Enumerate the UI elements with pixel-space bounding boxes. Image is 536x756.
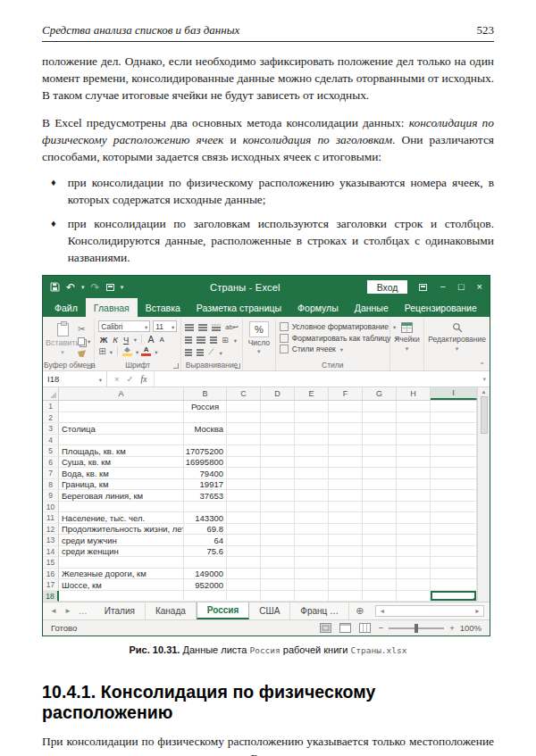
ribbon-tab[interactable]: Справка xyxy=(518,298,536,317)
cell-i[interactable] xyxy=(431,457,477,469)
cell[interactable] xyxy=(261,579,295,591)
cell[interactable] xyxy=(295,502,329,513)
scroll-up-icon[interactable]: ▲ xyxy=(482,389,487,395)
cell-a[interactable]: Железные дороги, км xyxy=(59,569,184,580)
cell[interactable] xyxy=(363,457,397,469)
percent-style-button[interactable]: % xyxy=(249,321,269,337)
ribbon-tab[interactable]: Данные xyxy=(347,298,397,317)
cell[interactable] xyxy=(397,490,431,502)
cell[interactable] xyxy=(363,579,397,591)
cell[interactable] xyxy=(363,535,397,546)
cell[interactable] xyxy=(363,502,397,513)
cell-b[interactable] xyxy=(184,557,227,569)
formula-input[interactable] xyxy=(155,371,479,386)
column-header[interactable]: A xyxy=(59,387,184,400)
cell[interactable] xyxy=(227,557,261,569)
cell[interactable] xyxy=(295,490,329,502)
cell[interactable] xyxy=(329,512,363,524)
underline-button[interactable]: Ч xyxy=(121,335,130,345)
formula-bar-expand-icon[interactable]: ▾ xyxy=(479,371,490,386)
align-left-icon[interactable] xyxy=(185,336,192,338)
cell-b[interactable] xyxy=(184,502,227,513)
cell-a[interactable]: среди женщин xyxy=(59,546,184,558)
cell-a[interactable] xyxy=(59,557,184,569)
page-layout-view-icon[interactable] xyxy=(339,623,351,633)
cell-a[interactable]: Продолжительность жизни, лет xyxy=(59,524,184,536)
cell-i[interactable] xyxy=(431,435,477,446)
cell[interactable] xyxy=(329,579,363,591)
grow-font-button[interactable]: А xyxy=(147,334,155,345)
cell[interactable] xyxy=(397,423,431,435)
cell[interactable] xyxy=(295,579,329,591)
cell[interactable] xyxy=(397,579,431,591)
cell[interactable] xyxy=(363,569,397,580)
cell[interactable] xyxy=(261,591,295,602)
font-size-select[interactable]: 11 xyxy=(153,320,177,332)
row-header[interactable]: 13 xyxy=(43,535,59,546)
cell-b[interactable] xyxy=(184,435,227,446)
cell[interactable] xyxy=(295,468,329,479)
column-header[interactable]: I xyxy=(431,387,477,400)
prev-sheet-icon[interactable]: ◄ xyxy=(50,607,57,615)
wrap-text-icon[interactable]: ab↩ xyxy=(225,323,239,331)
cell[interactable] xyxy=(295,435,329,446)
sign-in-button[interactable]: Вход xyxy=(367,280,408,294)
cell[interactable] xyxy=(329,435,363,446)
cell[interactable] xyxy=(363,490,397,502)
undo-dropdown-icon[interactable]: ▾ xyxy=(81,284,85,291)
fill-color-icon[interactable] xyxy=(122,347,132,356)
cell-i[interactable] xyxy=(431,412,477,424)
row-header[interactable]: 5 xyxy=(43,445,59,457)
cell[interactable] xyxy=(329,502,363,513)
minimize-button[interactable]: − xyxy=(440,282,445,292)
cell-b[interactable]: 149000 xyxy=(184,569,227,580)
cell[interactable] xyxy=(261,457,295,469)
cell[interactable] xyxy=(397,479,431,491)
align-middle-icon[interactable] xyxy=(198,324,207,326)
ribbon-tab[interactable]: Файл xyxy=(46,298,86,317)
row-header[interactable]: 9 xyxy=(43,490,59,502)
cell[interactable] xyxy=(329,412,363,424)
font-name-select[interactable]: Calibri xyxy=(98,320,150,332)
ribbon-display-options-icon[interactable] xyxy=(419,284,427,291)
sheet-tab[interactable]: Италия xyxy=(95,602,146,619)
insert-function-icon[interactable]: fx xyxy=(141,375,147,384)
cell[interactable] xyxy=(329,557,363,569)
cell[interactable] xyxy=(295,557,329,569)
column-header[interactable]: C xyxy=(227,387,261,400)
cell-i[interactable] xyxy=(431,579,477,591)
cell[interactable] xyxy=(227,512,261,524)
styles-menu-item[interactable]: Форматировать как таблицу xyxy=(280,334,386,343)
cell[interactable] xyxy=(227,412,261,424)
cell-b[interactable] xyxy=(184,412,227,424)
scroll-right-icon[interactable]: ► xyxy=(474,608,481,614)
cell-a[interactable]: Население, тыс. чел. xyxy=(59,512,184,524)
increase-indent-icon[interactable] xyxy=(197,349,204,351)
zoom-in-icon[interactable]: + xyxy=(449,623,455,633)
cell[interactable] xyxy=(227,569,261,580)
styles-menu-item[interactable]: Стили ячеек xyxy=(280,345,386,353)
cell[interactable] xyxy=(295,591,329,602)
cell[interactable] xyxy=(363,401,397,412)
cell[interactable] xyxy=(261,535,295,546)
cell[interactable] xyxy=(363,512,397,524)
cell[interactable] xyxy=(261,445,295,457)
cell[interactable] xyxy=(261,412,295,424)
cell-b[interactable]: 952000 xyxy=(184,579,227,591)
row-header[interactable]: 10 xyxy=(43,502,59,513)
cell[interactable] xyxy=(261,490,295,502)
cell[interactable] xyxy=(261,423,295,435)
cell[interactable] xyxy=(227,546,261,558)
cell-a[interactable]: Шоссе, км xyxy=(59,579,184,591)
copy-icon[interactable] xyxy=(78,337,85,345)
cell[interactable] xyxy=(397,468,431,479)
cell-b[interactable]: 16995800 xyxy=(184,457,227,469)
zoom-slider-thumb[interactable] xyxy=(415,624,418,633)
sheet-tab[interactable]: Россия xyxy=(197,602,250,619)
zoom-out-icon[interactable]: − xyxy=(379,623,384,633)
cell[interactable] xyxy=(295,535,329,546)
cell-a[interactable] xyxy=(59,412,184,424)
paste-button[interactable]: Вставить ▾ xyxy=(47,320,78,359)
cancel-icon[interactable]: × xyxy=(114,374,120,384)
collapse-ribbon-icon[interactable]: ⌃ xyxy=(479,361,485,370)
